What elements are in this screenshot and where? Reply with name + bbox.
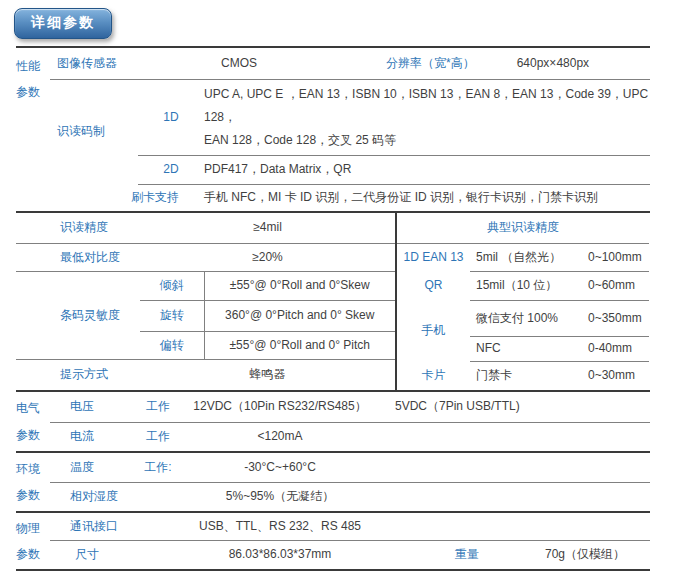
current-mode: 工作 [126, 422, 190, 452]
section-label-performance: 性能参数 [16, 47, 50, 212]
symbology-1d-line1: UPC A, UPC E ，EAN 13，ISBN 10，ISBN 13，EAN… [204, 83, 650, 129]
voltage-row: 12VDC（10Pin RS232/RS485） 5VDC（7Pin USB/T… [190, 392, 650, 422]
typical-1d-range: 0~100mm [580, 243, 649, 271]
prompt-mode-label: 提示方式 [16, 359, 140, 390]
rotation-value: 360°@ 0°Pitch and 0° Skew [204, 300, 395, 331]
interface-label: 通讯接口 [50, 512, 190, 540]
reading-accuracy-value: ≥4mil [140, 213, 395, 243]
symbology-2d-label: 2D [138, 155, 204, 184]
weight-label: 重量 [455, 547, 545, 562]
typical-accuracy-header: 典型识读精度 [396, 213, 649, 243]
typical-phone-label: 手机 [396, 300, 470, 361]
typical-card-spec: 门禁卡 [470, 361, 580, 390]
typical-qr-range: 0~60mm [580, 271, 649, 300]
skew-label: 偏转 [140, 331, 204, 359]
performance-section: 性能参数 图像传感器 CMOS 分辨率（宽*高） 640px×480px 识读码… [16, 46, 650, 213]
barcode-sensitivity-label: 条码灵敏度 [16, 271, 140, 359]
typical-1d-spec: 5mil （自然光） [470, 243, 580, 271]
section-label-environment: 环境参数 [16, 452, 50, 512]
symbology-1d-label: 1D [138, 79, 204, 155]
typical-qr-spec: 15mil（10 位） [470, 271, 580, 300]
resolution-value: 640px×480px [517, 56, 589, 71]
humidity-value: 5%~95%（无凝结） [190, 489, 370, 504]
bottom-section: 电气参数 电压 工作 12VDC（10Pin RS232/RS485） 5VDC… [16, 392, 650, 571]
typical-nfc-spec: NFC [470, 336, 580, 361]
symbology-1d-line2: EAN 128，Code 128，交叉 25 码等 [204, 129, 650, 152]
card-support-label: 刷卡支持 [50, 184, 204, 212]
detail-params-badge-label: 详细参数 [31, 14, 95, 30]
typical-1d-label: 1D EAN 13 [396, 243, 470, 271]
skew-value: ±55°@ 0°Roll and 0° Pitch [204, 331, 395, 359]
detail-params-badge[interactable]: 详细参数 [14, 8, 112, 39]
section-label-electrical: 电气参数 [16, 392, 50, 452]
dimension-row: 86.03*86.03*37mm 重量 70g（仅模组） [190, 540, 650, 570]
dimension-value: 86.03*86.03*37mm [190, 547, 370, 562]
temperature-mode: 工作: [126, 452, 190, 482]
reading-spec-table: 识读精度 ≥4mil 最低对比度 ≥20% 条码灵敏度 倾斜 ±55°@ 0°R… [16, 213, 395, 390]
card-support-value: 手机 NFC，MI 卡 ID 识别，二代身份证 ID 识别，银行卡识别，门禁卡识… [204, 184, 650, 212]
typical-card-label: 卡片 [396, 361, 470, 390]
voltage-value-2: 5VDC（7Pin USB/TTL) [370, 399, 650, 414]
reading-accuracy-label: 识读精度 [16, 213, 140, 243]
min-contrast-label: 最低对比度 [16, 243, 140, 271]
voltage-mode: 工作 [126, 392, 190, 422]
temperature-label: 温度 [50, 452, 126, 482]
typical-nfc-range: 0-40mm [580, 336, 649, 361]
dimension-label: 尺寸 [50, 540, 190, 570]
voltage-value-1: 12VDC（10Pin RS232/RS485） [190, 399, 370, 414]
humidity-label: 相对湿度 [50, 482, 190, 512]
interface-value: USB、TTL、RS 232、RS 485 [190, 519, 370, 534]
min-contrast-value: ≥20% [140, 243, 395, 271]
weight-value: 70g（仅模组） [545, 547, 650, 562]
spec-table: 性能参数 图像传感器 CMOS 分辨率（宽*高） 640px×480px 识读码… [16, 46, 650, 571]
temperature-value: -30°C~+60°C [190, 460, 370, 475]
current-label: 电流 [50, 422, 126, 452]
current-row: <120mA [190, 422, 650, 452]
typical-card-range: 0~30mm [580, 361, 649, 390]
rotation-label: 旋转 [140, 300, 204, 331]
typical-wechat-spec: 微信支付 100% [470, 300, 580, 336]
prompt-mode-value: 蜂鸣器 [140, 359, 395, 390]
typical-accuracy-table: 典型识读精度 1D EAN 13 5mil （自然光） 0~100mm QR 1… [395, 213, 649, 390]
current-value: <120mA [190, 429, 370, 444]
temperature-row: -30°C~+60°C [190, 452, 650, 482]
symbology-label: 识读码制 [50, 79, 138, 184]
reading-section: 识读精度 ≥4mil 最低对比度 ≥20% 条码灵敏度 倾斜 ±55°@ 0°R… [16, 213, 650, 392]
image-sensor-label: 图像传感器 [50, 47, 204, 79]
typical-wechat-range: 0~350mm [580, 300, 649, 336]
typical-qr-label: QR [396, 271, 470, 300]
symbology-1d-value: UPC A, UPC E ，EAN 13，ISBN 10，ISBN 13，EAN… [204, 79, 650, 155]
tilt-value: ±55°@ 0°Roll and 0°Skew [204, 271, 395, 300]
symbology-2d-value: PDF417，Data Matrix，QR [204, 155, 650, 184]
tilt-label: 倾斜 [140, 271, 204, 300]
voltage-label: 电压 [50, 392, 126, 422]
section-label-physical: 物理参数 [16, 512, 50, 570]
resolution-label: 分辨率（宽*高） [386, 56, 475, 71]
spec-sheet-page: 详细参数 性能参数 图像传感器 CMOS 分辨率（宽*高） 640px×480p… [0, 0, 696, 571]
humidity-row: 5%~95%（无凝结） [190, 482, 650, 512]
image-sensor-value: CMOS [204, 56, 274, 71]
interface-row: USB、TTL、RS 232、RS 485 [190, 512, 650, 540]
image-sensor-row: CMOS 分辨率（宽*高） 640px×480px [204, 47, 650, 79]
